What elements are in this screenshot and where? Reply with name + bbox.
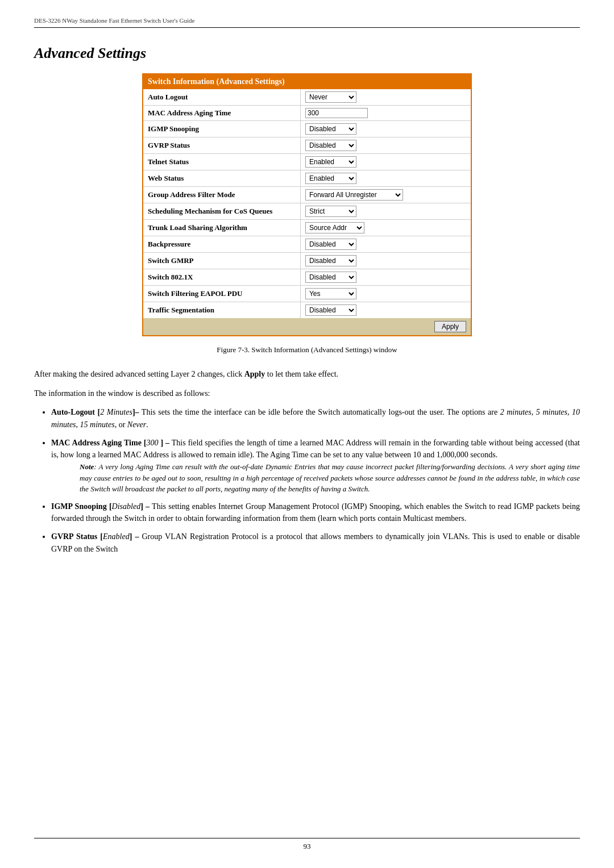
table-row: BackpressureDisabledEnabled <box>143 236 471 253</box>
figure-caption: Figure 7-3. Switch Information (Advanced… <box>34 345 580 354</box>
select-scheduling-mechanism-for-cos-queues[interactable]: StrictWRR <box>305 206 356 217</box>
body-para-1: After making the desired advanced settin… <box>34 368 580 381</box>
row-label-switch-gmrp: Switch GMRP <box>143 253 300 269</box>
select-switch-gmrp[interactable]: DisabledEnabled <box>305 255 356 266</box>
table-row: Group Address Filter ModeForward All Unr… <box>143 187 471 203</box>
row-value-auto-logout[interactable]: Never2 Minutes5 Minutes10 Minutes15 Minu… <box>300 89 471 106</box>
settings-table: Auto LogoutNever2 Minutes5 Minutes10 Min… <box>143 89 471 318</box>
select-auto-logout[interactable]: Never2 Minutes5 Minutes10 Minutes15 Minu… <box>305 91 356 103</box>
table-row: GVRP StatusDisabledEnabled <box>143 137 471 154</box>
row-value-web-status[interactable]: DisabledEnabled <box>300 170 471 187</box>
settings-panel: Switch Information (Advanced Settings) A… <box>142 73 472 336</box>
table-row: Traffic SegmentationDisabledEnabled <box>143 302 471 319</box>
row-label-igmp-snooping: IGMP Snooping <box>143 121 300 137</box>
page-number: 93 <box>304 842 311 850</box>
row-label-trunk-load-sharing-algorithm: Trunk Load Sharing Algorithm <box>143 220 300 236</box>
list-item-gvrp: GVRP Status [Enabled] – Group VLAN Regis… <box>51 531 580 555</box>
table-row: Web StatusDisabledEnabled <box>143 170 471 187</box>
select-traffic-segmentation[interactable]: DisabledEnabled <box>305 304 356 316</box>
row-value-switch-gmrp[interactable]: DisabledEnabled <box>300 253 471 269</box>
row-label-group-address-filter-mode: Group Address Filter Mode <box>143 187 300 203</box>
row-label-telnet-status: Telnet Status <box>143 154 300 170</box>
select-backpressure[interactable]: DisabledEnabled <box>305 239 356 250</box>
row-value-switch-802.1x[interactable]: DisabledEnabled <box>300 269 471 286</box>
table-row: Switch GMRPDisabledEnabled <box>143 253 471 269</box>
apply-button[interactable]: Apply <box>434 321 466 332</box>
select-web-status[interactable]: DisabledEnabled <box>305 173 356 184</box>
row-label-gvrp-status: GVRP Status <box>143 137 300 154</box>
table-row: MAC Address Aging Time <box>143 106 471 121</box>
row-label-web-status: Web Status <box>143 170 300 187</box>
row-value-mac-address-aging-time[interactable] <box>300 106 471 121</box>
row-value-telnet-status[interactable]: DisabledEnabled <box>300 154 471 170</box>
row-value-scheduling-mechanism-for-cos-queues[interactable]: StrictWRR <box>300 203 471 220</box>
table-row: Scheduling Mechanism for CoS QueuesStric… <box>143 203 471 220</box>
table-row: Auto LogoutNever2 Minutes5 Minutes10 Min… <box>143 89 471 106</box>
select-telnet-status[interactable]: DisabledEnabled <box>305 156 356 168</box>
select-group-address-filter-mode[interactable]: Forward All UnregisterForward Unregister… <box>305 189 403 201</box>
row-value-switch-filtering-eapol-pdu[interactable]: YesNo <box>300 286 471 302</box>
list-item-auto-logout: Auto-Logout [2 Minutes]– This sets the t… <box>51 406 580 431</box>
table-row: Telnet StatusDisabledEnabled <box>143 154 471 170</box>
row-value-igmp-snooping[interactable]: DisabledEnabled <box>300 121 471 137</box>
row-value-gvrp-status[interactable]: DisabledEnabled <box>300 137 471 154</box>
header-text: DES-3226 NWay Standalone Fast Ethernet S… <box>34 17 194 24</box>
select-gvrp-status[interactable]: DisabledEnabled <box>305 140 356 151</box>
list-item-mac-aging: MAC Address Aging Time [300 ] – This fie… <box>51 437 580 495</box>
table-row: Switch 802.1XDisabledEnabled <box>143 269 471 286</box>
row-label-switch-filtering-eapol-pdu: Switch Filtering EAPOL PDU <box>143 286 300 302</box>
row-label-switch-802.1x: Switch 802.1X <box>143 269 300 286</box>
select-switch-filtering-eapol-pdu[interactable]: YesNo <box>305 288 356 299</box>
page-title: Advanced Settings <box>34 45 580 62</box>
row-value-group-address-filter-mode[interactable]: Forward All UnregisterForward Unregister… <box>300 187 471 203</box>
apply-row: Apply <box>143 318 471 335</box>
row-value-backpressure[interactable]: DisabledEnabled <box>300 236 471 253</box>
row-label-traffic-segmentation: Traffic Segmentation <box>143 302 300 319</box>
select-trunk-load-sharing-algorithm[interactable]: Source AddrDest AddrSource & Dest <box>305 222 364 233</box>
panel-header: Switch Information (Advanced Settings) <box>143 74 471 89</box>
row-label-backpressure: Backpressure <box>143 236 300 253</box>
table-row: Trunk Load Sharing AlgorithmSource AddrD… <box>143 220 471 236</box>
select-igmp-snooping[interactable]: DisabledEnabled <box>305 123 356 135</box>
bullet-list: Auto-Logout [2 Minutes]– This sets the t… <box>51 406 580 555</box>
page-header: DES-3226 NWay Standalone Fast Ethernet S… <box>34 17 580 28</box>
row-value-trunk-load-sharing-algorithm[interactable]: Source AddrDest AddrSource & Dest <box>300 220 471 236</box>
footer: 93 <box>34 838 580 851</box>
input-mac-address-aging-time[interactable] <box>305 108 368 118</box>
select-switch-802.1x[interactable]: DisabledEnabled <box>305 272 356 283</box>
table-row: Switch Filtering EAPOL PDUYesNo <box>143 286 471 302</box>
note-block: Note: A very long Aging Time can result … <box>80 461 580 495</box>
row-value-traffic-segmentation[interactable]: DisabledEnabled <box>300 302 471 319</box>
list-item-igmp: IGMP Snooping [Disabled] – This setting … <box>51 500 580 525</box>
row-label-mac-address-aging-time: MAC Address Aging Time <box>143 106 300 121</box>
table-row: IGMP SnoopingDisabledEnabled <box>143 121 471 137</box>
body-para-2: The information in the window is describ… <box>34 387 580 400</box>
row-label-scheduling-mechanism-for-cos-queues: Scheduling Mechanism for CoS Queues <box>143 203 300 220</box>
row-label-auto-logout: Auto Logout <box>143 89 300 106</box>
